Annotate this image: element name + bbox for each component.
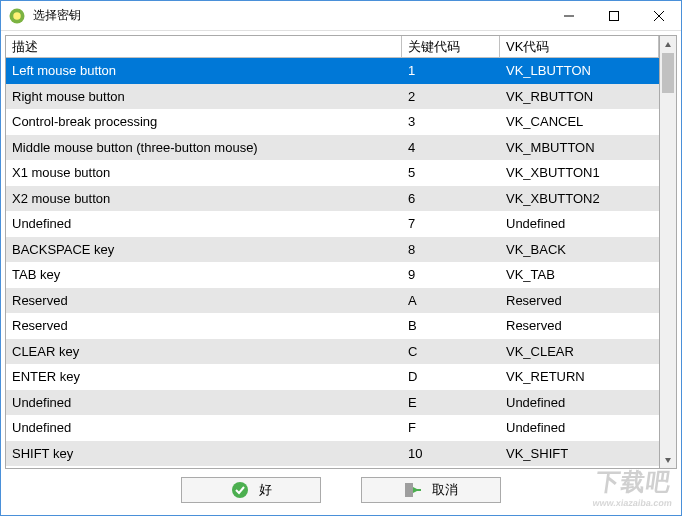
footer: 好 取消 bbox=[5, 469, 677, 511]
cancel-label: 取消 bbox=[432, 481, 458, 499]
cell-vk: VK_CANCEL bbox=[500, 112, 659, 131]
close-button[interactable] bbox=[636, 1, 681, 31]
maximize-button[interactable] bbox=[591, 1, 636, 31]
titlebar: 选择密钥 bbox=[1, 1, 681, 31]
cell-desc: ENTER key bbox=[6, 367, 402, 386]
cell-vk: VK_BACK bbox=[500, 240, 659, 259]
cell-desc: CLEAR key bbox=[6, 342, 402, 361]
scrollbar-vertical[interactable] bbox=[660, 35, 677, 469]
table-row[interactable]: CTRL key11VK_CONTROL bbox=[6, 466, 659, 468]
cell-vk: Reserved bbox=[500, 291, 659, 310]
column-header-vk[interactable]: VK代码 bbox=[500, 36, 659, 57]
exit-icon bbox=[404, 481, 422, 499]
cell-code: 1 bbox=[402, 61, 500, 80]
table-row[interactable]: BACKSPACE key8VK_BACK bbox=[6, 237, 659, 263]
cell-vk: VK_RBUTTON bbox=[500, 87, 659, 106]
table-row[interactable]: CLEAR keyCVK_CLEAR bbox=[6, 339, 659, 365]
cell-desc: TAB key bbox=[6, 265, 402, 284]
cell-desc: Undefined bbox=[6, 393, 402, 412]
table: 描述 关键代码 VK代码 Left mouse button1VK_LBUTTO… bbox=[5, 35, 660, 469]
table-row[interactable]: Right mouse button2VK_RBUTTON bbox=[6, 84, 659, 110]
cell-vk: VK_LBUTTON bbox=[500, 61, 659, 80]
table-row[interactable]: TAB key9VK_TAB bbox=[6, 262, 659, 288]
cell-vk: VK_XBUTTON2 bbox=[500, 189, 659, 208]
cell-vk: Reserved bbox=[500, 316, 659, 335]
cell-code: 8 bbox=[402, 240, 500, 259]
cell-code: E bbox=[402, 393, 500, 412]
cell-desc: Left mouse button bbox=[6, 61, 402, 80]
content: 描述 关键代码 VK代码 Left mouse button1VK_LBUTTO… bbox=[1, 31, 681, 515]
table-row[interactable]: Left mouse button1VK_LBUTTON bbox=[6, 58, 659, 84]
cell-code: 5 bbox=[402, 163, 500, 182]
column-header-code[interactable]: 关键代码 bbox=[402, 36, 500, 57]
cell-desc: Control-break processing bbox=[6, 112, 402, 131]
table-row[interactable]: X2 mouse button6VK_XBUTTON2 bbox=[6, 186, 659, 212]
cell-desc: X1 mouse button bbox=[6, 163, 402, 182]
table-row[interactable]: Undefined7Undefined bbox=[6, 211, 659, 237]
ok-label: 好 bbox=[259, 481, 272, 499]
watermark-sub: www.xiazaiba.com bbox=[592, 498, 673, 508]
cell-desc: SHIFT key bbox=[6, 444, 402, 463]
cell-desc: Right mouse button bbox=[6, 87, 402, 106]
cell-code: 4 bbox=[402, 138, 500, 157]
cell-code: 7 bbox=[402, 214, 500, 233]
cancel-button[interactable]: 取消 bbox=[361, 477, 501, 503]
table-wrap: 描述 关键代码 VK代码 Left mouse button1VK_LBUTTO… bbox=[5, 35, 677, 469]
cell-desc: Undefined bbox=[6, 418, 402, 437]
table-row[interactable]: ENTER keyDVK_RETURN bbox=[6, 364, 659, 390]
svg-rect-11 bbox=[417, 489, 421, 491]
table-row[interactable]: SHIFT key10VK_SHIFT bbox=[6, 441, 659, 467]
cell-desc: Reserved bbox=[6, 291, 402, 310]
cell-desc: Undefined bbox=[6, 214, 402, 233]
minimize-button[interactable] bbox=[546, 1, 591, 31]
table-row[interactable]: Control-break processing3VK_CANCEL bbox=[6, 109, 659, 135]
scroll-track[interactable] bbox=[660, 53, 676, 451]
cell-code: 10 bbox=[402, 444, 500, 463]
watermark-main: 下载吧 bbox=[594, 468, 673, 495]
svg-point-8 bbox=[232, 482, 248, 498]
cell-desc: X2 mouse button bbox=[6, 189, 402, 208]
table-row[interactable]: ReservedAReserved bbox=[6, 288, 659, 314]
watermark: 下载吧 www.xiazaiba.com bbox=[592, 466, 677, 508]
table-row[interactable]: Middle mouse button (three-button mouse)… bbox=[6, 135, 659, 161]
cell-vk: VK_XBUTTON1 bbox=[500, 163, 659, 182]
column-header-desc[interactable]: 描述 bbox=[6, 36, 402, 57]
svg-marker-7 bbox=[665, 458, 671, 463]
svg-marker-6 bbox=[665, 42, 671, 47]
cell-code: 2 bbox=[402, 87, 500, 106]
cell-code: 3 bbox=[402, 112, 500, 131]
cell-code: A bbox=[402, 291, 500, 310]
ok-button[interactable]: 好 bbox=[181, 477, 321, 503]
app-icon bbox=[7, 6, 27, 26]
cell-vk: VK_SHIFT bbox=[500, 444, 659, 463]
cell-vk: VK_CLEAR bbox=[500, 342, 659, 361]
scroll-up-button[interactable] bbox=[660, 36, 676, 53]
table-body: Left mouse button1VK_LBUTTONRight mouse … bbox=[6, 58, 659, 468]
cell-vk: Undefined bbox=[500, 214, 659, 233]
cell-code: 6 bbox=[402, 189, 500, 208]
svg-point-1 bbox=[13, 12, 21, 20]
cell-desc: Reserved bbox=[6, 316, 402, 335]
cell-code: F bbox=[402, 418, 500, 437]
cell-vk: VK_RETURN bbox=[500, 367, 659, 386]
cell-desc: Middle mouse button (three-button mouse) bbox=[6, 138, 402, 157]
table-row[interactable]: X1 mouse button5VK_XBUTTON1 bbox=[6, 160, 659, 186]
check-icon bbox=[231, 481, 249, 499]
window-title: 选择密钥 bbox=[33, 7, 81, 24]
svg-rect-3 bbox=[609, 11, 618, 20]
cell-code: 9 bbox=[402, 265, 500, 284]
cell-code: B bbox=[402, 316, 500, 335]
cell-desc: BACKSPACE key bbox=[6, 240, 402, 259]
cell-code: D bbox=[402, 367, 500, 386]
cell-vk: VK_TAB bbox=[500, 265, 659, 284]
table-row[interactable]: ReservedBReserved bbox=[6, 313, 659, 339]
table-row[interactable]: UndefinedFUndefined bbox=[6, 415, 659, 441]
table-header: 描述 关键代码 VK代码 bbox=[6, 36, 659, 58]
svg-rect-9 bbox=[405, 483, 413, 497]
cell-vk: VK_MBUTTON bbox=[500, 138, 659, 157]
cell-vk: Undefined bbox=[500, 393, 659, 412]
table-row[interactable]: UndefinedEUndefined bbox=[6, 390, 659, 416]
cell-vk: Undefined bbox=[500, 418, 659, 437]
window: 选择密钥 描述 关键代码 VK代码 Left mouse button1VK_L… bbox=[0, 0, 682, 516]
scroll-thumb[interactable] bbox=[662, 53, 674, 93]
